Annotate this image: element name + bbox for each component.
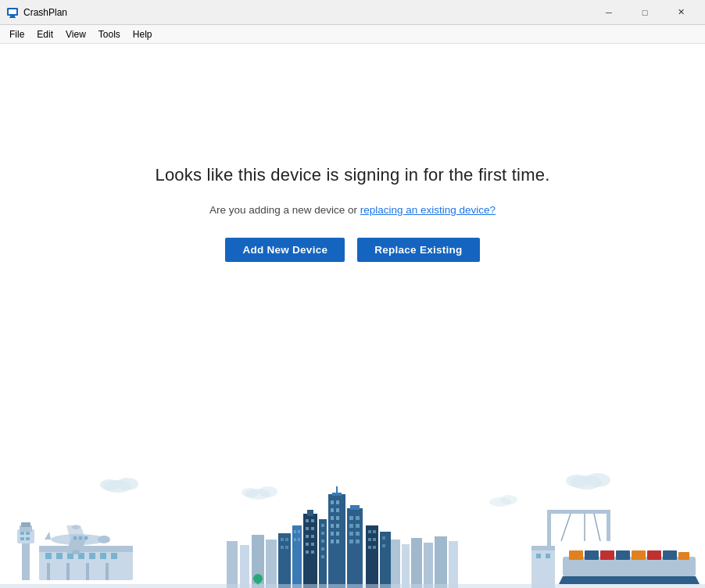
svg-rect-84 — [349, 524, 353, 528]
svg-rect-73 — [311, 550, 314, 554]
svg-rect-105 — [278, 533, 291, 588]
svg-rect-116 — [411, 538, 422, 588]
svg-rect-63 — [307, 510, 313, 516]
menu-help[interactable]: Help — [127, 27, 159, 41]
svg-rect-95 — [368, 546, 371, 549]
svg-point-38 — [98, 536, 110, 543]
svg-rect-2 — [10, 16, 15, 17]
svg-rect-51 — [336, 500, 339, 504]
svg-rect-64 — [306, 519, 309, 522]
svg-rect-27 — [56, 553, 63, 559]
svg-rect-118 — [435, 536, 447, 588]
menu-file[interactable]: File — [3, 27, 30, 41]
svg-point-43 — [79, 536, 83, 540]
svg-point-12 — [585, 473, 610, 487]
svg-rect-59 — [336, 532, 339, 536]
svg-rect-83 — [356, 516, 360, 520]
svg-rect-67 — [311, 527, 314, 530]
menu-edit[interactable]: Edit — [30, 27, 59, 41]
svg-point-10 — [242, 488, 259, 497]
app-icon — [6, 6, 19, 19]
svg-rect-54 — [331, 516, 334, 520]
maximize-button[interactable]: □ — [627, 0, 663, 25]
svg-rect-139 — [678, 552, 689, 560]
svg-rect-32 — [111, 553, 117, 559]
svg-rect-69 — [311, 535, 314, 538]
svg-rect-93 — [368, 538, 371, 541]
close-button[interactable]: ✕ — [663, 0, 699, 25]
minimize-button[interactable]: ─ — [591, 0, 627, 25]
svg-rect-57 — [336, 524, 339, 528]
svg-rect-103 — [294, 538, 296, 541]
svg-rect-78 — [321, 547, 324, 550]
title-bar: CrashPlan ─ □ ✕ — [0, 0, 705, 25]
svg-rect-107 — [285, 538, 288, 541]
svg-point-9 — [259, 486, 277, 497]
svg-rect-60 — [331, 540, 334, 543]
svg-rect-22 — [20, 537, 24, 540]
center-section: Looks like this device is signing in for… — [155, 44, 549, 262]
svg-rect-96 — [373, 546, 376, 549]
svg-rect-31 — [100, 553, 106, 559]
svg-rect-71 — [311, 543, 314, 546]
svg-rect-102 — [298, 530, 300, 533]
svg-rect-140 — [0, 584, 705, 588]
svg-rect-25 — [39, 546, 133, 552]
svg-rect-56 — [331, 524, 334, 528]
svg-marker-131 — [559, 576, 700, 584]
subtitle-before: Are you adding a new device or — [209, 204, 360, 216]
svg-rect-58 — [331, 532, 334, 536]
svg-rect-80 — [347, 508, 363, 588]
svg-rect-90 — [366, 525, 378, 588]
svg-rect-28 — [67, 553, 73, 559]
svg-rect-55 — [336, 516, 339, 520]
svg-rect-133 — [585, 550, 599, 560]
main-content: Looks like this device is signing in for… — [0, 44, 705, 588]
svg-rect-117 — [424, 543, 433, 588]
svg-rect-70 — [306, 543, 309, 546]
svg-rect-87 — [356, 532, 360, 536]
svg-rect-61 — [336, 540, 339, 543]
svg-rect-52 — [331, 508, 334, 512]
svg-rect-1 — [9, 9, 16, 14]
svg-rect-101 — [294, 530, 296, 533]
svg-rect-85 — [356, 524, 360, 528]
svg-rect-119 — [449, 541, 458, 588]
svg-rect-88 — [349, 540, 353, 543]
svg-point-13 — [566, 475, 588, 487]
svg-rect-16 — [22, 541, 30, 580]
menu-view[interactable]: View — [59, 27, 92, 41]
svg-rect-94 — [373, 538, 376, 541]
svg-rect-91 — [368, 530, 371, 533]
svg-rect-126 — [531, 549, 555, 588]
replace-existing-link[interactable]: replacing an existing device? — [360, 204, 496, 216]
svg-rect-65 — [311, 519, 314, 522]
svg-rect-128 — [536, 554, 541, 558]
headline-text: Looks like this device is signing in for… — [155, 165, 549, 185]
svg-rect-92 — [373, 530, 376, 533]
menu-bar: File Edit View Tools Help — [0, 25, 705, 44]
window-controls: ─ □ ✕ — [591, 0, 699, 25]
svg-rect-21 — [26, 532, 30, 535]
svg-point-45 — [72, 550, 80, 554]
svg-rect-33 — [47, 563, 50, 580]
svg-point-6 — [116, 478, 138, 490]
svg-rect-62 — [303, 514, 317, 588]
svg-rect-72 — [306, 550, 309, 554]
svg-rect-134 — [600, 550, 614, 560]
svg-rect-100 — [292, 525, 302, 588]
svg-rect-115 — [402, 544, 410, 588]
svg-rect-86 — [349, 532, 353, 536]
svg-rect-104 — [298, 538, 300, 541]
svg-rect-129 — [546, 554, 550, 558]
app-title: CrashPlan — [23, 7, 591, 18]
svg-point-7 — [100, 479, 119, 490]
svg-rect-76 — [321, 532, 324, 535]
svg-rect-75 — [321, 524, 324, 527]
svg-rect-26 — [45, 553, 52, 559]
menu-tools[interactable]: Tools — [92, 27, 127, 41]
add-new-device-button[interactable]: Add New Device — [225, 238, 345, 262]
replace-existing-button[interactable]: Replace Existing — [357, 238, 479, 262]
svg-point-42 — [84, 536, 88, 540]
svg-rect-137 — [647, 550, 661, 560]
